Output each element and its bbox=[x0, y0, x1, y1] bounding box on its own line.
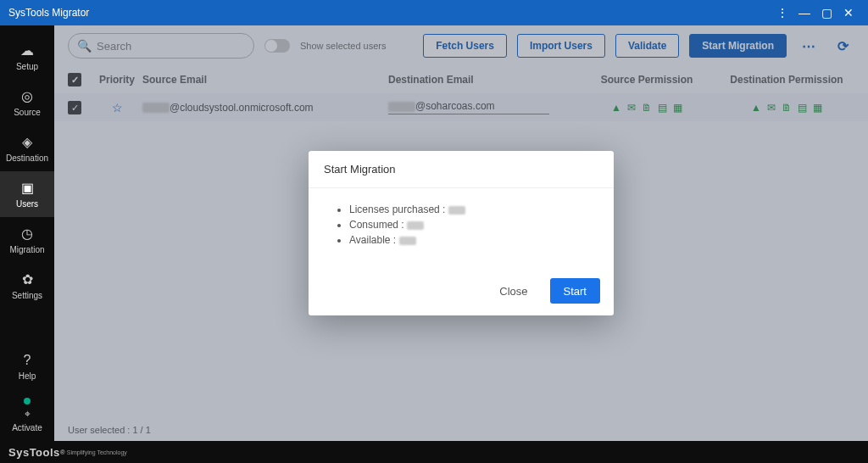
users-icon: ▣ bbox=[0, 180, 54, 196]
sidebar-item-label: Destination bbox=[6, 153, 48, 163]
available-row: Available : bbox=[349, 234, 593, 246]
sidebar-item-setup[interactable]: ☁ Setup bbox=[0, 34, 54, 80]
sidebar-item-destination[interactable]: ◈ Destination bbox=[0, 126, 54, 171]
sidebar-item-label: Activate bbox=[12, 423, 42, 432]
sidebar-item-source[interactable]: ◎ Source bbox=[0, 80, 54, 126]
sidebar: ☁ Setup ◎ Source ◈ Destination ▣ Users ◷… bbox=[0, 25, 54, 441]
sidebar-item-label: Users bbox=[16, 199, 38, 209]
target-icon: ◎ bbox=[0, 88, 54, 104]
licenses-purchased-row: Licenses purchased : bbox=[349, 204, 593, 215]
close-icon[interactable]: ✕ bbox=[837, 2, 860, 24]
redacted-value bbox=[448, 206, 465, 215]
help-icon: ? bbox=[0, 353, 54, 368]
dialog-start-button[interactable]: Start bbox=[550, 278, 600, 304]
location-icon: ◈ bbox=[0, 134, 54, 150]
dialog-body: Licenses purchased : Consumed : Availabl… bbox=[309, 188, 614, 270]
modal-overlay: Start Migration Licenses purchased : Con… bbox=[54, 25, 868, 441]
sidebar-item-activate[interactable]: ⌖ Activate bbox=[0, 389, 54, 441]
key-icon: ⌖ bbox=[0, 408, 54, 420]
sidebar-item-label: Setup bbox=[16, 62, 38, 71]
status-dot-icon bbox=[24, 398, 31, 404]
sidebar-item-migration[interactable]: ◷ Migration bbox=[0, 217, 54, 263]
brand-tagline: Simplifying Technology bbox=[67, 449, 127, 455]
dialog-footer: Close Start bbox=[309, 270, 614, 315]
title-bar: SysTools Migrator ⋮ — ▢ ✕ bbox=[0, 0, 868, 25]
footer-bar: SysTools® Simplifying Technology bbox=[0, 441, 868, 463]
sidebar-item-help[interactable]: ? Help bbox=[0, 344, 54, 389]
sidebar-item-label: Source bbox=[14, 108, 41, 117]
kebab-icon[interactable]: ⋮ bbox=[771, 2, 793, 24]
clock-icon: ◷ bbox=[0, 226, 54, 242]
app-title: SysTools Migrator bbox=[8, 7, 771, 19]
brand-name: SysTools bbox=[8, 446, 60, 459]
sidebar-item-label: Migration bbox=[9, 245, 44, 254]
redacted-value bbox=[399, 237, 416, 245]
consumed-row: Consumed : bbox=[349, 219, 593, 231]
gear-icon: ✿ bbox=[0, 271, 54, 287]
maximize-icon[interactable]: ▢ bbox=[815, 2, 837, 24]
content-area: 🔍 Search Show selected users Fetch Users… bbox=[54, 25, 868, 441]
sidebar-item-users[interactable]: ▣ Users bbox=[0, 171, 54, 217]
sidebar-item-label: Settings bbox=[12, 291, 42, 300]
dialog-close-button[interactable]: Close bbox=[486, 278, 541, 304]
sidebar-item-label: Help bbox=[19, 371, 36, 381]
sidebar-item-settings[interactable]: ✿ Settings bbox=[0, 263, 54, 309]
cloud-icon: ☁ bbox=[0, 42, 54, 59]
dialog-title: Start Migration bbox=[309, 151, 614, 188]
redacted-value bbox=[407, 221, 424, 230]
start-migration-dialog: Start Migration Licenses purchased : Con… bbox=[309, 151, 614, 315]
minimize-icon[interactable]: — bbox=[793, 2, 815, 24]
